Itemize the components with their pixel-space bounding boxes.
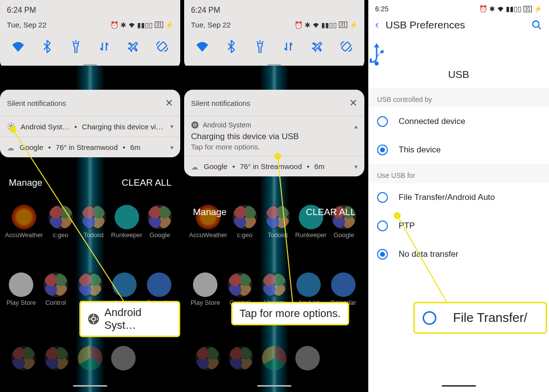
chevron-down-icon[interactable]: ▾: [355, 163, 358, 170]
annotation-dot: [274, 153, 281, 160]
callout-file-transfer: File Transfer/: [413, 302, 547, 334]
back-arrow-icon[interactable]: ‹: [375, 19, 379, 31]
app-anylist[interactable]: AnyList: [292, 272, 325, 306]
status-time: 6:25: [375, 5, 388, 13]
option-label: Connected device: [399, 117, 465, 126]
app-label: c:geo: [237, 231, 253, 239]
status-date: Tue, Sep 22: [191, 21, 231, 29]
qs-bluetooth-icon[interactable]: [36, 36, 58, 57]
weather-source: Google: [20, 143, 43, 151]
chevron-up-icon[interactable]: ▴: [355, 123, 358, 130]
radio-unselected-icon: [377, 116, 388, 127]
dock-chrome[interactable]: [258, 346, 291, 370]
bluetooth-icon: ✱: [120, 21, 126, 29]
callout-text: Android Syst…: [104, 306, 172, 332]
app-accuweather[interactable]: AccuWeather: [5, 205, 43, 239]
clear-all-button[interactable]: CLEAR ALL: [122, 177, 171, 188]
shade-drag-handle[interactable]: [83, 64, 97, 66]
silent-header-label: Silent notifications: [191, 99, 250, 107]
app-control[interactable]: Control: [39, 272, 72, 306]
qs-flashlight-icon[interactable]: [249, 36, 271, 57]
cloud-icon: ☁: [191, 163, 199, 171]
app-google[interactable]: Google: [144, 205, 175, 239]
option-label: File Transfer/Android Auto: [399, 193, 495, 202]
app-cgeo[interactable]: c:geo: [45, 205, 76, 239]
app-play-store[interactable]: Play Store: [5, 272, 37, 306]
weather-time: 6m: [130, 143, 141, 151]
dock-app-2[interactable]: [224, 346, 258, 370]
app-grid-row-1: AccuWeather c:geo Todoist Runkeeper Goog…: [0, 205, 180, 239]
silent-notifications-header: Silent notifications ✕: [184, 90, 364, 116]
weather-text: 76° in Streamwood: [240, 162, 302, 171]
shade-drag-handle[interactable]: [267, 64, 281, 66]
dock-camera[interactable]: [107, 346, 140, 370]
close-icon[interactable]: ✕: [349, 97, 358, 109]
weather-source: Google: [204, 162, 227, 171]
notification-android-system[interactable]: Android Syst… • Charging this device via…: [0, 116, 180, 137]
dock-app-2[interactable]: [40, 346, 73, 370]
qs-rotate-icon[interactable]: [151, 36, 173, 57]
qs-airplane-icon[interactable]: [307, 36, 328, 57]
usb-icon: [368, 43, 385, 66]
dock-camera[interactable]: [291, 346, 324, 370]
signal-icon: ▮▮▯▯: [137, 21, 153, 29]
dock-app-1[interactable]: [191, 346, 224, 370]
navigation-bar[interactable]: [368, 379, 549, 392]
qs-wifi-icon[interactable]: [7, 36, 29, 57]
manage-button[interactable]: Manage: [9, 177, 43, 188]
search-icon[interactable]: [531, 20, 542, 30]
app-play-store[interactable]: Play Store: [189, 272, 221, 306]
dock: [184, 346, 364, 370]
bullet: •: [74, 122, 77, 131]
svg-rect-4: [341, 42, 351, 51]
battery-icon: 31: [339, 22, 347, 28]
navigation-bar[interactable]: [0, 379, 180, 392]
status-icons: ⏰ ✱ ▮▮▯▯ 31 ⚡: [479, 5, 542, 13]
app-todoist[interactable]: Todoist: [78, 205, 109, 239]
option-label: This device: [399, 145, 441, 155]
navigation-bar[interactable]: [184, 379, 364, 392]
qs-flashlight-icon[interactable]: [65, 36, 87, 57]
option-connected-device[interactable]: Connected device: [368, 107, 549, 136]
callout-text: File Transfer/: [453, 310, 527, 325]
app-control[interactable]: Control: [223, 272, 256, 306]
cloud-icon: ☁: [7, 144, 15, 151]
annotation-dot: [394, 212, 401, 219]
svg-point-7: [533, 21, 539, 27]
qs-data-icon[interactable]: [94, 36, 115, 57]
app-runkeeper[interactable]: Runkeeper: [111, 205, 143, 239]
app-calendar[interactable]: Calendar: [327, 272, 359, 306]
qs-airplane-icon[interactable]: [122, 36, 144, 57]
section-use-usb-for: Use USB for: [368, 164, 549, 183]
qs-data-icon[interactable]: [278, 36, 299, 57]
qs-bluetooth-icon[interactable]: [220, 36, 242, 57]
app-bar: ‹ USB Preferences: [368, 15, 549, 38]
settings-gear-icon: [88, 313, 99, 325]
qs-wifi-icon[interactable]: [191, 36, 213, 57]
qs-rotate-icon[interactable]: [335, 36, 357, 57]
app-label: AccuWeather: [5, 231, 43, 239]
notification-weather[interactable]: ☁ Google • 76° in Streamwood • 6m ▾: [0, 137, 180, 157]
notification-android-system-expanded[interactable]: Android System ▴ Charging this device vi…: [184, 116, 364, 156]
notification-weather[interactable]: ☁ Google • 76° in Streamwood • 6m ▾: [184, 156, 364, 176]
manage-button[interactable]: Manage: [193, 207, 227, 218]
close-icon[interactable]: ✕: [165, 97, 173, 109]
notification-app-name: Android System: [203, 121, 251, 129]
charging-icon: ⚡: [349, 21, 358, 29]
app-label: Runkeeper: [295, 231, 327, 239]
chevron-down-icon[interactable]: ▾: [170, 144, 173, 151]
wifi-icon: [497, 6, 504, 12]
status-icons: ⏰ ✱ ▮▮▯▯ 31 ⚡: [110, 21, 173, 29]
clear-all-button[interactable]: CLEAR ALL: [306, 207, 356, 218]
option-this-device[interactable]: This device: [368, 136, 549, 164]
app-unnam[interactable]: Unnam: [258, 272, 290, 306]
dock-app-1[interactable]: [7, 346, 40, 370]
callout-android-system: Android Syst…: [79, 301, 180, 337]
option-file-transfer[interactable]: File Transfer/Android Auto: [368, 183, 549, 212]
option-no-data-transfer[interactable]: No data transfer: [368, 240, 549, 269]
app-label: Todoist: [267, 231, 287, 239]
callout-text: Tap for more options.: [239, 307, 341, 320]
screen-1-notification-shade: AccuWeather c:geo Todoist Runkeeper Goog…: [0, 0, 180, 392]
dock-chrome[interactable]: [73, 346, 107, 370]
chevron-down-icon[interactable]: ▾: [170, 123, 173, 130]
